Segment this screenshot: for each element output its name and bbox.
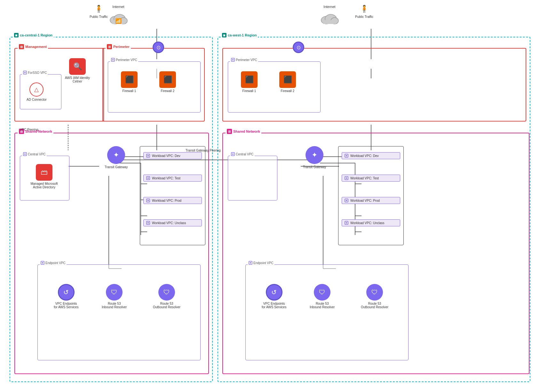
left-fw1-icon: ⬛ (121, 71, 138, 88)
left-fw2: ⬛ Firewall 2 (159, 71, 176, 93)
right-nlb-icon: ⊙ (293, 42, 304, 53)
right-r53-outbound: 🛡 Route 53 Outbound Resolver (361, 284, 388, 309)
left-perimeter-vpc: Perimeter VPC ⬛ Firewall 1 ⬛ Firewall 2 (108, 61, 201, 113)
right-tgw-icon: ✦ (306, 146, 323, 164)
svg-point-57 (346, 222, 347, 223)
forsso-vpc-label: ForSSO VPC (22, 71, 48, 74)
right-shared-network: ⊞ Shared Network Central VPC ✦ Transit G… (222, 133, 529, 374)
left-wl-prod: Workload VPC: Prod (143, 197, 202, 204)
right-r53-outbound-icon: 🛡 (366, 284, 383, 301)
left-perimeter-icon: ⊞ (107, 44, 112, 49)
right-public-traffic: 🧍 Public Traffic (355, 5, 373, 19)
right-nlb: ⊙ (293, 42, 304, 53)
right-wl-test: Workload VPC: Test (342, 175, 400, 182)
left-r53-outbound-icon: 🛡 (158, 284, 175, 301)
svg-text:📶: 📶 (115, 18, 122, 24)
right-shared-icon: ⊞ (227, 129, 232, 134)
left-perimeter-vpc-label: Perimeter VPC (110, 58, 138, 62)
svg-point-59 (250, 262, 251, 263)
right-fw1: ⬛ Firewall 1 (241, 71, 258, 93)
management-label: ⊞ Management (18, 44, 48, 49)
left-vpce: ↺ VPC Endpoints for AWS Services (54, 284, 78, 309)
right-workload-box: Workload VPC: Dev Workload VPC: Test Wor… (338, 146, 404, 245)
vpc-peering-label: VPC Peering (20, 128, 38, 131)
management-account: ⊞ Management 🔍 AWS IAM Identity Cetner F… (14, 48, 104, 122)
left-central-vpc: Central VPC 🗃 Managed Microsoft Active D… (20, 156, 69, 200)
left-transit-gw: ✦ Transit Gateway (105, 146, 128, 169)
right-r53-inbound: 🛡 Route 53 Inbound Resolver (310, 284, 335, 309)
left-wl-unclass: Workload VPC: Unclass (143, 219, 202, 226)
left-internet: Internet 📶 (109, 5, 128, 25)
svg-point-41 (147, 200, 149, 201)
left-nlb-icon: ⊙ (153, 42, 164, 53)
svg-point-45 (42, 262, 43, 263)
iam-service: 🔍 AWS IAM Identity Cetner (63, 58, 92, 83)
svg-point-35 (24, 153, 26, 155)
right-central-vpc: Central VPC (228, 156, 277, 200)
left-nlb: ⊙ (153, 42, 164, 53)
svg-point-43 (147, 222, 149, 223)
svg-point-39 (147, 177, 149, 179)
management-icon: ⊞ (19, 44, 24, 49)
right-perimeter-account: ⊙ Perimeter VPC ⬛ Firewall 1 ⬛ Firewall … (222, 48, 526, 122)
left-internet-cloud-icon: 📶 (109, 11, 128, 25)
left-central-vpc-label: Central VPC (22, 152, 47, 156)
left-wl-dev: Workload VPC: Dev (143, 152, 202, 159)
right-region-label: ▣ ca-west-1 Region (221, 33, 258, 37)
left-perimeter-label: ⊞ Perimeter (106, 44, 131, 49)
right-vpce-icon: ↺ (266, 284, 282, 301)
svg-point-51 (346, 155, 347, 156)
tgw-peering-label: Transit Gateway Peering (186, 149, 221, 152)
right-central-vpc-label: Central VPC (230, 152, 255, 156)
left-mad: 🗃 Managed Microsoft Active Directory (30, 164, 59, 189)
svg-point-37 (147, 155, 149, 156)
left-public-traffic: 🧍 Public Traffic (90, 5, 108, 19)
right-internet: Internet (320, 5, 339, 25)
left-r53-inbound: 🛡 Route 53 Inbound Resolver (102, 284, 127, 309)
left-fw2-icon: ⬛ (159, 71, 176, 88)
left-shared-network: ⊞ Shared Network Central VPC 🗃 Managed M… (14, 133, 209, 374)
svg-point-47 (232, 59, 234, 60)
right-shared-label: ⊞ Shared Network (226, 129, 261, 134)
right-wl-unclass: Workload VPC: Unclass (342, 219, 400, 226)
right-region-icon: ▣ (222, 33, 226, 37)
right-vpce: ↺ VPC Endpoints for AWS Services (262, 284, 286, 309)
right-internet-cloud-icon (320, 11, 339, 25)
left-region-icon: ▣ (14, 33, 19, 37)
svg-point-53 (346, 177, 347, 179)
left-r53-outbound: 🛡 Route 53 Outbound Resolver (153, 284, 180, 309)
svg-point-31 (24, 72, 26, 73)
right-endpoint-vpc-label: Endpoint VPC (248, 261, 274, 265)
iam-icon: 🔍 (69, 58, 86, 75)
right-transit-gw: ✦ Transit Gateway (303, 146, 326, 169)
ad-icon: △ (29, 82, 44, 97)
right-wl-dev: Workload VPC: Dev (342, 152, 400, 159)
left-fw1: ⬛ Firewall 1 (121, 71, 138, 93)
right-perimeter-vpc-left-label: Perimeter VPC (230, 58, 258, 62)
left-wl-test: Workload VPC: Test (143, 175, 202, 182)
left-region-label: ▣ ca-central-1 Region (13, 33, 54, 37)
left-workload-box: Workload VPC: Dev Workload VPC: Test Wor… (140, 146, 205, 245)
right-perimeter-vpc-left: Perimeter VPC ⬛ Firewall 1 ⬛ Firewall 2 (228, 61, 321, 113)
svg-rect-68 (323, 20, 336, 24)
left-vpce-icon: ↺ (58, 284, 75, 301)
svg-point-49 (232, 153, 234, 155)
ad-connector: △ AD Connector (27, 82, 47, 101)
right-endpoint-vpc: Endpoint VPC ↺ VPC Endpoints for AWS Ser… (245, 264, 409, 360)
right-wl-prod: Workload VPC: Prod (342, 197, 400, 204)
right-fw2-icon: ⬛ (279, 71, 296, 88)
left-mad-icon: 🗃 (36, 164, 52, 181)
svg-point-33 (112, 59, 114, 60)
right-fw2: ⬛ Firewall 2 (279, 71, 296, 93)
left-endpoint-vpc: Endpoint VPC ↺ VPC Endpoints for AWS Ser… (37, 264, 201, 360)
left-tgw-icon: ✦ (107, 146, 125, 164)
left-perimeter-account: ⊞ Perimeter ⊙ Perimeter VPC ⬛ Firewall 1… (102, 48, 205, 122)
right-r53-inbound-icon: 🛡 (314, 284, 330, 301)
left-r53-inbound-icon: 🛡 (106, 284, 123, 301)
right-fw1-icon: ⬛ (241, 71, 258, 88)
svg-point-55 (346, 200, 347, 201)
left-endpoint-vpc-label: Endpoint VPC (40, 261, 67, 265)
forsso-vpc: ForSSO VPC △ AD Connector (20, 74, 61, 109)
